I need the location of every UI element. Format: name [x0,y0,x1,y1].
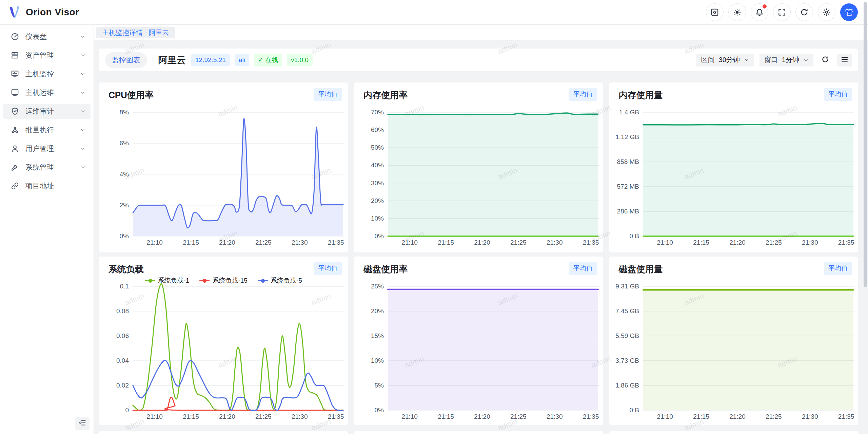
x-axis-label: 21:10 [402,413,418,420]
refresh-charts-button[interactable] [819,54,832,67]
sidebar-item-assets[interactable]: 资产管理 [3,48,91,63]
chart-canvas[interactable]: 9.31 GB7.45 GB5.59 GB3.73 GB1.86 GB0 B21… [609,257,858,425]
interval-select[interactable]: 区间 30分钟 [696,54,754,67]
x-axis-label: 21:30 [292,413,308,420]
app-logo: Orion Visor [7,5,79,19]
x-axis-label: 21:25 [766,413,782,420]
x-axis-label: 21:35 [583,413,599,420]
partial-card [354,431,603,434]
chevron-down-icon [80,127,86,133]
y-axis-label: 3.73 GB [615,357,639,364]
x-axis-label: 21:25 [255,413,272,420]
x-axis-label: 21:20 [219,239,235,246]
series-area [388,289,598,410]
chevron-down-icon [80,52,86,58]
charts-row-3-partial [99,431,858,434]
y-axis-label: 0.02 [116,382,129,389]
shield-check-icon [11,107,19,116]
y-axis-label: 5% [375,382,384,389]
y-axis-label: 6% [120,139,129,147]
y-axis-label: 40% [371,162,384,169]
fullscreen-button[interactable] [773,3,791,21]
x-axis-label: 21:25 [766,239,782,246]
y-axis-label: 0.04 [116,357,129,364]
series-area [133,119,343,236]
x-axis-label: 21:20 [474,239,490,246]
topbar-actions: 管 [706,3,858,21]
chart-canvas[interactable]: 0.10.080.060.040.02021:1021:1521:2021:25… [99,257,348,425]
page-scrollbar[interactable] [864,2,867,287]
app-title: Orion Visor [26,7,79,18]
chevron-down-icon [80,34,86,40]
y-axis-label: 0 [125,407,129,414]
charts-row-2: 系统负载平均值系统负载-1系统负载-15系统负载-50.10.080.060.0… [99,257,858,425]
host-header-left: 监控图表 阿里云 12.92.5.21ali✓ 在线v1.0.0 [105,52,313,68]
y-axis-label: 0% [375,407,384,414]
sidebar-item-label: 项目地址 [25,181,86,191]
x-axis-label: 21:10 [146,413,163,420]
link-icon [11,182,19,190]
menu-fold-icon [78,419,86,428]
user-avatar[interactable]: 管 [840,3,858,21]
sidebar-item-label: 主机运维 [25,88,80,97]
chart-canvas[interactable]: 70%60%50%40%30%20%10%0%21:1021:1521:2021… [354,82,603,252]
y-axis-label: 10% [371,215,384,222]
x-axis-label: 21:35 [328,239,344,246]
code-icon [710,8,719,17]
charts-row-1: CPU使用率平均值8%6%4%2%0%21:1021:1521:2021:252… [99,82,858,252]
sidebar-item-project-url[interactable]: 项目地址 [3,178,91,193]
series-line [133,284,343,410]
code-button[interactable] [706,3,724,21]
window-select[interactable]: 窗口 1分钟 [760,54,813,67]
chart-canvas[interactable]: 25%20%15%10%5%0%21:1021:1521:2021:2521:3… [354,257,603,425]
y-axis-label: 1.86 GB [615,382,639,389]
breadcrumb-tab[interactable]: 主机监控详情 - 阿里云 [96,27,175,38]
y-axis-label: 5.59 GB [615,332,639,339]
tab-strip: 主机监控详情 - 阿里云 [94,25,868,40]
tab-monitor-charts[interactable]: 监控图表 [105,52,147,68]
sidebar-item-label: 主机监控 [25,69,80,79]
series-area [643,123,853,236]
sidebar-item-label: 系统管理 [25,163,80,172]
chevron-down-icon [80,146,86,152]
x-axis-label: 21:15 [183,413,199,420]
y-axis-label: 0% [120,232,129,240]
sidebar-item-label: 用户管理 [25,144,80,153]
y-axis-label: 286 MB [617,208,639,215]
series-area [643,290,853,410]
sidebar-item-dashboard[interactable]: 仪表盘 [3,29,91,44]
bell-button[interactable] [751,3,768,21]
x-axis-label: 21:30 [547,239,563,246]
bell-icon [755,8,764,17]
sidebar-item-sys-mgmt[interactable]: 系统管理 [3,160,91,175]
x-axis-label: 21:30 [802,413,818,420]
window-value: 1分钟 [782,55,799,64]
sidebar-item-user-mgmt[interactable]: 用户管理 [3,141,91,156]
chevron-down-icon [80,108,86,114]
main-content: 主机监控详情 - 阿里云 监控图表 阿里云 12.92.5.21ali✓ 在线v… [94,25,868,434]
refresh-button[interactable] [795,3,813,21]
chart-canvas[interactable]: 1.4 GB1.12 GB858 MB572 MB286 MB0 B21:102… [609,82,858,252]
sidebar-item-host-ops[interactable]: 主机运维 [3,85,91,100]
sidebar-item-host-monitoring[interactable]: 主机监控 [3,67,91,81]
sidebar-item-batch-exec[interactable]: 批量执行 [3,122,91,137]
sidebar-item-label: 批量执行 [25,125,80,135]
theme-button[interactable] [728,3,746,21]
sidebar-item-ops-audit[interactable]: 运维审计 [3,104,91,119]
y-axis-label: 0.1 [120,283,129,290]
gear-button[interactable] [818,3,835,21]
window-label: 窗口 [764,55,778,64]
y-axis-label: 9.31 GB [615,283,639,290]
x-axis-label: 21:10 [402,239,418,246]
refresh-icon [821,55,829,65]
collapse-sidebar-button[interactable] [75,417,90,430]
x-axis-label: 21:10 [146,239,163,246]
host-header-controls: 区间 30分钟 窗口 1分钟 [696,54,852,67]
chevron-down-icon [803,57,809,63]
x-axis-label: 21:25 [255,239,272,246]
chart-canvas[interactable]: 8%6%4%2%0%21:1021:1521:2021:2521:3021:35 [99,82,348,252]
chart-layout-button[interactable] [837,54,852,67]
y-axis-label: 8% [120,109,129,116]
monitor-pulse-icon [11,70,19,78]
y-axis-label: 10% [371,357,384,364]
